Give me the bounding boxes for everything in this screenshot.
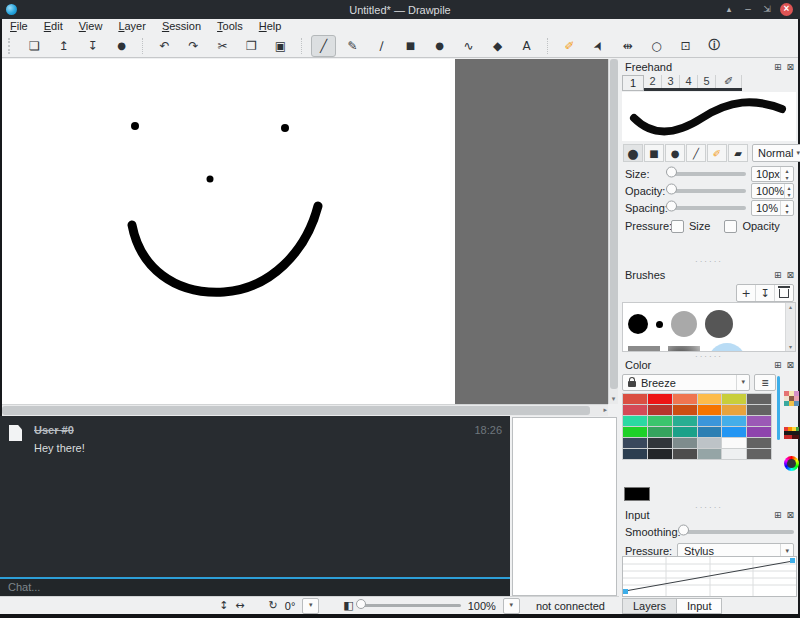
palette-swatch[interactable] <box>623 416 647 426</box>
rectangle-tool-icon[interactable]: ■ <box>398 35 423 57</box>
palette-swatch[interactable] <box>623 449 647 459</box>
transform-tool-icon[interactable]: ⇹ <box>615 35 640 57</box>
rotation-reset-icon[interactable]: ↻ <box>269 600 278 611</box>
palette-swatch[interactable] <box>747 416 771 426</box>
palette-swatch[interactable] <box>698 405 722 415</box>
size-spinbox[interactable]: 10px ▴▾ <box>751 166 794 182</box>
palette-select[interactable]: Breeze ▾ <box>622 374 750 391</box>
float-panel-icon[interactable]: ⊞ <box>774 511 782 520</box>
brush-list[interactable]: ▴ ▾ <box>622 302 796 352</box>
brush-slot-tab-4[interactable]: 4 <box>680 75 698 88</box>
palette-swatch[interactable] <box>648 427 672 437</box>
brush-slot-tab-1[interactable]: 1 <box>622 75 644 91</box>
line-tool-icon[interactable]: ∕ <box>369 35 394 57</box>
opacity-spinbox[interactable]: 100% ▴▾ <box>751 183 794 199</box>
brush-sample[interactable] <box>667 343 701 352</box>
current-color-swatch[interactable] <box>624 487 650 501</box>
scroll-down-icon[interactable]: ▾ <box>609 396 618 403</box>
flip-vertical-button[interactable]: ↕ <box>219 600 228 611</box>
palette-swatch[interactable] <box>722 427 746 437</box>
wheel-view-tab[interactable] <box>784 456 799 473</box>
palette-swatch[interactable] <box>747 438 771 448</box>
float-panel-icon[interactable]: ⊞ <box>774 63 782 72</box>
annotation-tool-icon[interactable]: A <box>514 35 539 57</box>
eraser-slot-tab[interactable]: ✐ <box>716 75 742 88</box>
menu-tools[interactable]: Tools <box>209 19 251 34</box>
eraser-toggle-icon[interactable]: ▰ <box>728 144 748 162</box>
brush-slot-tab-5[interactable]: 5 <box>698 75 716 88</box>
import-brush-button[interactable]: ↧ <box>756 285 775 301</box>
close-button[interactable]: × <box>780 3 793 16</box>
colorpicker-tool-icon[interactable]: ✐ <box>557 35 582 57</box>
minimize-button[interactable]: − <box>742 5 754 14</box>
spacing-slider-handle[interactable] <box>666 201 677 212</box>
palette-swatch[interactable] <box>623 438 647 448</box>
palette-swatch[interactable] <box>673 449 697 459</box>
palette-swatch[interactable] <box>747 449 771 459</box>
brush-sample[interactable] <box>707 343 747 352</box>
eraser-tool-icon[interactable]: ✎ <box>340 35 365 57</box>
paste-icon[interactable]: ▣ <box>268 35 293 57</box>
pixel-brush-button[interactable]: ╱ <box>686 144 706 162</box>
spacing-spinbox[interactable]: 10% ▴▾ <box>751 200 794 216</box>
palette-swatch[interactable] <box>673 416 697 426</box>
smoothing-slider-handle[interactable] <box>678 525 689 536</box>
close-panel-icon[interactable]: ⊠ <box>786 511 794 520</box>
palette-swatch[interactable] <box>722 416 746 426</box>
palette-swatch[interactable] <box>673 427 697 437</box>
palette-swatch[interactable] <box>747 427 771 437</box>
hard-brush-button[interactable]: ● <box>623 144 643 162</box>
palette-swatch[interactable] <box>722 449 746 459</box>
palette-swatch[interactable] <box>673 405 697 415</box>
close-panel-icon[interactable]: ⊠ <box>786 63 794 72</box>
ellipse-tool-icon[interactable]: ● <box>427 35 452 57</box>
restore-button[interactable]: ⇲ <box>761 5 773 14</box>
scroll-up-icon[interactable]: ▴ <box>786 304 795 310</box>
spin-down-icon[interactable]: ▾ <box>781 208 793 215</box>
palette-swatch[interactable] <box>673 394 697 404</box>
palette-swatch[interactable] <box>722 405 746 415</box>
zoom-slider-handle[interactable] <box>356 599 366 609</box>
zoom-tool-icon[interactable]: ⊡ <box>673 35 698 57</box>
blend-mode-select[interactable]: Normal ▾ <box>752 144 800 162</box>
record-icon[interactable]: ● <box>109 35 134 57</box>
pressure-size-checkbox[interactable] <box>671 220 684 233</box>
palette-swatch[interactable] <box>698 438 722 448</box>
shade-button[interactable]: ▴ <box>723 5 735 14</box>
palette-swatch[interactable] <box>747 405 771 415</box>
bezier-tool-icon[interactable]: ∿ <box>456 35 481 57</box>
palette-swatch[interactable] <box>648 416 672 426</box>
palette-swatch[interactable] <box>623 427 647 437</box>
palette-swatch[interactable] <box>698 416 722 426</box>
close-panel-icon[interactable]: ⊠ <box>786 361 794 370</box>
pressure-opacity-checkbox[interactable] <box>724 220 737 233</box>
opacity-slider-handle[interactable] <box>666 184 677 195</box>
menu-layer[interactable]: Layer <box>110 19 154 34</box>
soft-brush-button[interactable]: ● <box>665 144 685 162</box>
palette-swatch[interactable] <box>648 405 672 415</box>
panel-splitter[interactable] <box>620 259 798 265</box>
brush-slot-tab-3[interactable]: 3 <box>662 75 680 88</box>
palette-swatch[interactable] <box>648 438 672 448</box>
brush-sample[interactable] <box>670 305 698 343</box>
tab-input[interactable]: Input <box>676 598 722 614</box>
palette-swatch[interactable] <box>698 449 722 459</box>
menu-help[interactable]: Help <box>251 19 290 34</box>
spin-up-icon[interactable]: ▴ <box>785 184 793 191</box>
spin-up-icon[interactable]: ▴ <box>781 201 793 208</box>
size-slider-handle[interactable] <box>666 167 677 178</box>
palette-swatch[interactable] <box>747 394 771 404</box>
redo-icon[interactable]: ↷ <box>181 35 206 57</box>
palette-swatch[interactable] <box>698 427 722 437</box>
rotation-dropdown-button[interactable]: ▾ <box>302 598 319 614</box>
copy-icon[interactable]: ❐ <box>239 35 264 57</box>
menu-edit[interactable]: Edit <box>36 19 71 34</box>
flip-horizontal-button[interactable]: ↔ <box>235 600 244 611</box>
menu-view[interactable]: View <box>71 19 111 34</box>
palette-swatch[interactable] <box>648 394 672 404</box>
selection-tool-icon[interactable]: ➤ <box>583 30 614 62</box>
spin-up-icon[interactable]: ▴ <box>781 167 793 174</box>
menu-session[interactable]: Session <box>154 19 209 34</box>
spacing-slider[interactable] <box>671 200 746 216</box>
new-drawing-icon[interactable]: ❏ <box>22 35 47 57</box>
